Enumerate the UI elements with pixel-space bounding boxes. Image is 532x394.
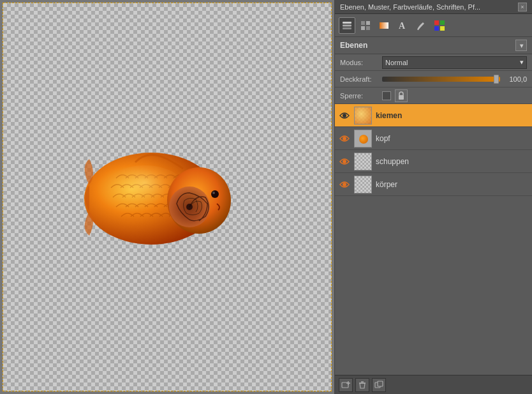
tab-icon-text[interactable]: A bbox=[394, 17, 411, 34]
svg-rect-11 bbox=[366, 21, 370, 25]
opacity-slider[interactable] bbox=[382, 77, 500, 82]
layer-item-kiemen[interactable]: kiemen bbox=[335, 104, 532, 127]
eye-icon-kiemen bbox=[339, 112, 350, 119]
layer-name-kopf: kopf bbox=[376, 134, 528, 143]
eye-icon-kopf bbox=[339, 135, 350, 142]
duplicate-layer-button[interactable] bbox=[372, 378, 386, 392]
lock-pixels-checkbox[interactable] bbox=[382, 91, 391, 100]
mode-dropdown[interactable]: Normal ▾ bbox=[382, 56, 527, 69]
eye-icon-schuppen bbox=[339, 158, 350, 165]
tab-icon-color[interactable] bbox=[431, 17, 448, 34]
duplicate-layer-icon bbox=[374, 381, 383, 390]
svg-rect-12 bbox=[361, 26, 365, 30]
layer-item-koerper[interactable]: körper bbox=[335, 173, 532, 196]
delete-layer-button[interactable] bbox=[355, 378, 369, 392]
panel-close-button[interactable]: × bbox=[518, 3, 527, 11]
svg-rect-13 bbox=[366, 26, 370, 30]
eye-icon-koerper bbox=[339, 181, 350, 188]
mode-label: Modus: bbox=[340, 59, 378, 66]
mode-value: Normal bbox=[385, 59, 408, 66]
panel-titlebar: Ebenen, Muster, Farbverläufe, Schriften,… bbox=[335, 0, 532, 14]
section-menu-button[interactable]: ▾ bbox=[515, 40, 527, 51]
layer-thumb-kopf bbox=[354, 130, 372, 148]
tab-icon-layers[interactable] bbox=[339, 17, 355, 34]
svg-rect-7 bbox=[343, 22, 351, 24]
lock-icon bbox=[397, 91, 405, 100]
panel-tabs: A bbox=[335, 14, 532, 37]
svg-point-6 bbox=[212, 192, 215, 194]
layer-name-schuppen: schuppen bbox=[376, 157, 528, 166]
brush-icon bbox=[415, 20, 427, 31]
svg-rect-9 bbox=[343, 27, 351, 29]
lock-icon-button[interactable] bbox=[395, 89, 408, 102]
section-header: Ebenen ▾ bbox=[335, 37, 532, 54]
section-label: Ebenen bbox=[340, 41, 367, 50]
svg-rect-10 bbox=[361, 21, 365, 25]
svg-rect-20 bbox=[399, 95, 404, 100]
text-icon: A bbox=[397, 20, 408, 31]
gradient-icon bbox=[378, 20, 390, 31]
layer-name-koerper: körper bbox=[376, 180, 528, 189]
layer-visibility-schuppen[interactable] bbox=[339, 156, 350, 167]
canvas-checkerboard bbox=[3, 3, 332, 391]
opacity-value: 100,0 bbox=[504, 75, 527, 83]
layer-visibility-koerper[interactable] bbox=[339, 179, 350, 190]
layer-thumb-koerper bbox=[354, 176, 372, 193]
layer-item-kopf[interactable]: kopf bbox=[335, 127, 532, 150]
svg-text:A: A bbox=[399, 21, 406, 31]
svg-point-4 bbox=[186, 204, 193, 210]
layers-panel: Ebenen, Muster, Farbverläufe, Schriften,… bbox=[334, 0, 532, 394]
new-layer-icon bbox=[341, 381, 350, 390]
svg-rect-8 bbox=[343, 24, 351, 26]
tab-icon-pattern[interactable] bbox=[357, 17, 374, 34]
dropdown-arrow: ▾ bbox=[520, 58, 524, 66]
layer-visibility-kiemen[interactable] bbox=[339, 110, 350, 121]
svg-point-24 bbox=[343, 183, 346, 186]
panel-bottom-toolbar bbox=[335, 375, 532, 394]
svg-rect-16 bbox=[434, 20, 439, 25]
layer-thumb-schuppen bbox=[354, 153, 372, 170]
layer-thumb-kiemen bbox=[354, 107, 372, 125]
new-layer-button[interactable] bbox=[339, 378, 353, 392]
mode-row: Modus: Normal ▾ bbox=[335, 54, 532, 71]
opacity-thumb[interactable] bbox=[494, 75, 499, 84]
delete-layer-icon bbox=[358, 381, 367, 390]
opacity-row: Deckkraft: 100,0 bbox=[335, 71, 532, 87]
svg-point-21 bbox=[343, 114, 346, 117]
layers-icon bbox=[341, 20, 353, 31]
layer-name-kiemen: kiemen bbox=[376, 111, 528, 120]
fish-svg bbox=[78, 140, 244, 255]
layers-list[interactable]: kiemen kopf bbox=[335, 104, 532, 375]
svg-point-22 bbox=[343, 137, 346, 140]
lock-row: Sperre: bbox=[335, 87, 532, 104]
svg-rect-18 bbox=[434, 26, 439, 31]
svg-point-5 bbox=[211, 190, 219, 198]
panel-title: Ebenen, Muster, Farbverläufe, Schriften,… bbox=[340, 3, 518, 11]
pattern-icon bbox=[360, 20, 371, 31]
opacity-label: Deckkraft: bbox=[340, 75, 378, 83]
lock-label: Sperre: bbox=[340, 92, 378, 100]
svg-rect-17 bbox=[440, 20, 445, 25]
tab-icon-brush[interactable] bbox=[413, 17, 429, 34]
layer-visibility-kopf[interactable] bbox=[339, 133, 350, 144]
svg-rect-31 bbox=[378, 381, 383, 386]
svg-rect-14 bbox=[380, 22, 388, 29]
svg-rect-19 bbox=[440, 26, 445, 31]
tab-icon-gradient[interactable] bbox=[376, 17, 392, 34]
color-icon bbox=[434, 20, 445, 31]
svg-point-23 bbox=[343, 160, 346, 163]
canvas-area bbox=[0, 0, 334, 394]
fish-illustration bbox=[78, 140, 244, 255]
layer-item-schuppen[interactable]: schuppen bbox=[335, 150, 532, 173]
